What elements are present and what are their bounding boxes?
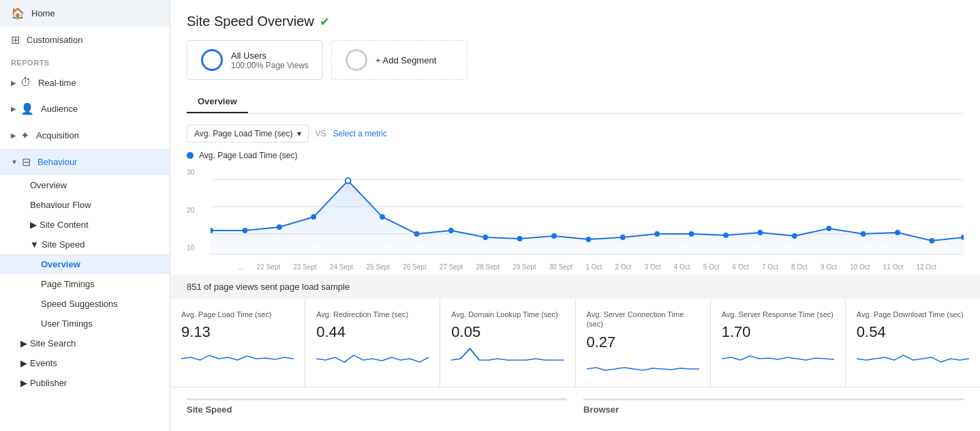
segments-row: All Users 100.00% Page Views + Add Segme… (187, 40, 964, 80)
sidebar-sub-events[interactable]: ▶ Events (0, 353, 170, 373)
page-title: Site Speed Overview ✔ (187, 14, 964, 29)
metric-card-domain: Avg. Domain Lookup Time (sec) 0.05 (440, 299, 575, 387)
data-point (895, 230, 900, 235)
sparkline-5 (722, 345, 834, 366)
sidebar-item-audience[interactable]: ▶ 👤 Audience (0, 95, 170, 122)
metric-card-server-conn: Avg. Server Connection Time (sec) 0.27 (576, 299, 711, 387)
sidebar-sub-publisher[interactable]: ▶ Publisher (0, 373, 170, 393)
metric-value-5: 1.70 (722, 323, 834, 341)
realtime-icon: ⏱ (20, 76, 31, 89)
date-label-2oct: 2 Oct (615, 263, 632, 271)
date-label-12oct: 12 Oct (916, 263, 936, 271)
sidebar-realtime-label: Real-time (38, 78, 76, 88)
sidebar-sub-site-content[interactable]: ▶ Site Content (0, 215, 170, 235)
page-title-text: Site Speed Overview (187, 14, 314, 29)
date-label-27sept: 27 Sept (440, 263, 463, 271)
sidebar-item-behaviour[interactable]: ▼ ⊟ Behaviour (0, 149, 170, 175)
sidebar-item-acquisition[interactable]: ▶ ✦ Acquisition (0, 122, 170, 149)
metric-value-4: 0.27 (587, 333, 699, 351)
sparkline-2 (316, 345, 429, 366)
data-point-peak (346, 178, 351, 183)
sidebar-item-realtime[interactable]: ▶ ⏱ Real-time (0, 70, 170, 95)
sidebar-sub-ss-user[interactable]: User Timings (0, 314, 170, 333)
data-point (620, 235, 626, 240)
metric-title-6: Avg. Page Download Time (sec) (857, 310, 969, 319)
metric-card-server-resp: Avg. Server Response Time (sec) 1.70 (711, 299, 846, 387)
data-point (277, 224, 282, 230)
sidebar-sub-site-search[interactable]: ▶ Site Search (0, 333, 170, 353)
sidebar-home-label: Home (31, 8, 55, 18)
sidebar-sub-overview[interactable]: Overview (0, 175, 170, 195)
date-label-26sept: 26 Sept (403, 263, 426, 271)
data-point (861, 231, 866, 237)
data-point (654, 231, 660, 237)
metric-dropdown[interactable]: Avg. Page Load Time (sec) ▾ (187, 125, 309, 143)
add-segment-label: + Add Segment (376, 55, 436, 65)
tabs-row: Overview (187, 91, 964, 114)
legend-label: Avg. Page Load Time (sec) (199, 151, 298, 160)
sidebar-acquisition-label: Acquisition (36, 130, 79, 140)
metric-title-1: Avg. Page Load Time (sec) (181, 310, 294, 319)
metric-card-download: Avg. Page Download Time (sec) 0.54 (846, 299, 980, 387)
sidebar-audience-label: Audience (41, 104, 78, 114)
dropdown-arrow-icon: ▾ (297, 129, 301, 138)
data-point (243, 228, 248, 233)
data-point (792, 233, 797, 239)
date-label-6oct: 6 Oct (733, 263, 749, 271)
bottom-label-site-speed: Site Speed (187, 398, 567, 415)
select-metric-link[interactable]: Select a metric (333, 129, 387, 138)
date-label-24sept: 24 Sept (330, 263, 353, 271)
date-label-8oct: 8 Oct (791, 263, 808, 271)
sparkline-3 (451, 345, 564, 366)
expand-site-speed-icon: ▼ (30, 239, 39, 250)
date-label-29sept: 29 Sept (512, 263, 536, 271)
acquisition-icon: ✦ (20, 129, 29, 142)
date-label-28sept: 28 Sept (476, 263, 499, 271)
sparkline-4 (587, 355, 699, 376)
chart-container: 30 20 10 (187, 166, 964, 275)
sidebar-sub-ss-timings[interactable]: Page Timings (0, 274, 170, 294)
sidebar-sub-ss-suggestions[interactable]: Speed Suggestions (0, 294, 170, 314)
date-label-11oct: 11 Oct (883, 263, 903, 271)
sidebar-item-customisation[interactable]: ⊞ Customisation (0, 27, 170, 53)
verified-icon: ✔ (320, 14, 330, 29)
date-label-1oct: 1 Oct (585, 263, 602, 271)
metric-title-3: Avg. Domain Lookup Time (sec) (451, 310, 564, 319)
metric-controls: Avg. Page Load Time (sec) ▾ VS Select a … (187, 125, 964, 143)
sidebar-item-home[interactable]: 🏠 Home (0, 0, 170, 27)
date-label-9oct: 9 Oct (821, 263, 837, 271)
date-label-25sept: 25 Sept (366, 263, 389, 271)
data-point (723, 233, 729, 238)
expand-events-icon: ▶ (20, 358, 27, 368)
expand-site-content-icon: ▶ (30, 220, 37, 230)
expand-audience-icon: ▶ (11, 105, 16, 113)
data-point (448, 228, 454, 233)
segment-add[interactable]: + Add Segment (331, 40, 468, 80)
sidebar-customisation-label: Customisation (27, 35, 82, 45)
y-label-10: 10 (187, 244, 209, 252)
metrics-cards: Avg. Page Load Time (sec) 9.13 Avg. Redi… (170, 299, 980, 387)
customisation-icon: ⊞ (11, 33, 20, 46)
primary-metric-label: Avg. Page Load Time (sec) (194, 129, 293, 138)
date-label-5oct: 5 Oct (703, 263, 720, 271)
sparkline-6 (857, 345, 969, 366)
main-content: Site Speed Overview ✔ All Users 100.00% … (170, 0, 980, 431)
audience-icon: 👤 (20, 102, 34, 115)
data-point (414, 231, 420, 237)
date-axis: ... 22 Sept 23 Sept 24 Sept 25 Sept 26 S… (211, 263, 964, 271)
expand-publisher-icon: ▶ (20, 378, 27, 388)
metric-value-1: 9.13 (181, 323, 294, 341)
data-point (758, 230, 763, 235)
date-label-30sept: 30 Sept (549, 263, 572, 271)
sidebar-sub-behaviour-flow[interactable]: Behaviour Flow (0, 195, 170, 215)
metric-value-3: 0.05 (451, 323, 564, 341)
date-label-22sept: 22 Sept (257, 263, 280, 271)
segment-all-users[interactable]: All Users 100.00% Page Views (187, 40, 323, 80)
sidebar-sub-site-speed[interactable]: ▼ Site Speed (0, 235, 170, 254)
data-point (380, 214, 385, 220)
sidebar-sub-ss-overview[interactable]: Overview (0, 254, 170, 274)
tab-overview[interactable]: Overview (187, 91, 248, 113)
sparkline-1 (181, 345, 294, 366)
date-label-3oct: 3 Oct (645, 263, 661, 271)
vs-label: VS (316, 129, 326, 138)
